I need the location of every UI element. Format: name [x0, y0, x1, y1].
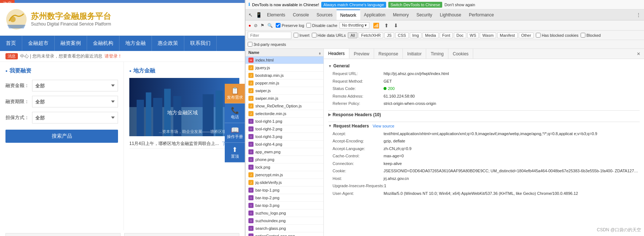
- has-blocked-cookies-input[interactable]: [536, 33, 541, 38]
- match-language-button[interactable]: Always match Chrome's language: [321, 2, 386, 8]
- view-source-link[interactable]: View source: [373, 124, 394, 128]
- throttling-select[interactable]: No throttling ▾: [339, 22, 369, 28]
- tab-sources[interactable]: Sources: [313, 9, 337, 20]
- file-item-suzhouindex[interactable]: I suzhouindex.png: [246, 217, 323, 225]
- has-blocked-cookies-checkbox[interactable]: Has blocked cookies: [536, 33, 578, 38]
- file-item-bar-top-1[interactable]: I bar-top-1.png: [246, 186, 323, 194]
- file-item-lock[interactable]: I lock.png: [246, 164, 323, 171]
- disable-cache-input[interactable]: [306, 23, 311, 28]
- file-item-suzhou-logo[interactable]: I suzhou_logo.png: [246, 209, 323, 217]
- close-detail-button[interactable]: ✕: [633, 49, 644, 59]
- file-item-bar-top-3[interactable]: I bar-top-3.png: [246, 202, 323, 209]
- detail-tab-initiator[interactable]: Initiator: [403, 49, 426, 59]
- filter-img[interactable]: Img: [410, 32, 421, 38]
- tab-console[interactable]: Console: [289, 9, 313, 20]
- third-party-checkbox[interactable]: 3rd-party requests: [248, 42, 286, 47]
- file-item-tool-right-4[interactable]: I tool-right-4.png: [246, 141, 323, 148]
- file-item-jquery[interactable]: J jquery.js: [246, 64, 323, 72]
- cursor-icon[interactable]: ↖: [247, 11, 254, 19]
- nav-contact[interactable]: 联系我们: [184, 36, 217, 51]
- detail-tab-preview[interactable]: Preview: [349, 49, 374, 59]
- blocked-checkbox[interactable]: Blocked: [581, 33, 601, 38]
- request-headers-header[interactable]: ▼ Request Headers View source: [328, 122, 640, 130]
- bottom-card-personal[interactable]: 个人信用报告查询: [5, 233, 121, 236]
- dismiss-button[interactable]: Don't show again: [444, 3, 475, 7]
- file-item-notice-center[interactable]: I noticeCenterI.ooo.png: [246, 232, 323, 236]
- download-icon[interactable]: ⬇: [392, 22, 400, 29]
- file-item-tool-right-3[interactable]: I tool-right-3.png: [246, 133, 323, 141]
- response-headers-header[interactable]: Response Headers (10): [328, 111, 640, 119]
- file-item-bar-top-2[interactable]: I bar-top-2.png: [246, 194, 323, 202]
- record-button[interactable]: ●: [248, 22, 252, 29]
- tab-application[interactable]: Application: [360, 9, 389, 20]
- detail-tab-headers[interactable]: Headers: [324, 49, 349, 59]
- invert-input[interactable]: [294, 33, 298, 38]
- filter-manifest[interactable]: Manifest: [497, 32, 518, 38]
- detail-tab-timing[interactable]: Timing: [426, 49, 448, 59]
- file-item-jsencrypt[interactable]: J jsencrypt.min.js: [246, 171, 323, 179]
- nav-policy[interactable]: 惠企政策: [152, 36, 184, 51]
- switch-language-button[interactable]: Switch DevTools to Chinese: [388, 2, 442, 8]
- detail-tab-cookies[interactable]: Cookies: [448, 49, 473, 59]
- filter-css[interactable]: CSS: [395, 32, 409, 38]
- general-section-header[interactable]: General: [328, 62, 640, 70]
- bottom-card-enterprise[interactable]: 企业信用综合查询: [124, 233, 239, 236]
- third-party-input[interactable]: [248, 42, 252, 47]
- nav-home[interactable]: 首页: [0, 36, 22, 51]
- wifi-icon[interactable]: 📶: [372, 22, 381, 29]
- detail-tab-response[interactable]: Response: [374, 49, 403, 59]
- filter-js[interactable]: JS: [384, 32, 394, 38]
- file-item-index-html[interactable]: H index.html: [246, 56, 323, 64]
- tab-network[interactable]: Network: [337, 9, 360, 20]
- form-select-guarantee[interactable]: 全部: [32, 112, 118, 123]
- form-select-period[interactable]: 全部: [32, 96, 118, 107]
- form-select-amount[interactable]: 全部: [32, 80, 118, 91]
- filter-fetch-xhr[interactable]: Fetch/XHR: [358, 32, 383, 38]
- device-icon[interactable]: 📱: [254, 11, 263, 19]
- filter-all[interactable]: All: [348, 32, 357, 38]
- file-item-tool-right-2[interactable]: I tool-right-2.png: [246, 125, 323, 133]
- clear-button[interactable]: ⊘: [253, 22, 258, 29]
- file-item-slideverify[interactable]: J jq-slideVerify.js: [246, 179, 323, 186]
- hide-data-urls-input[interactable]: [312, 33, 317, 38]
- search-icon[interactable]: 🔍: [267, 22, 274, 29]
- filter-font[interactable]: Font: [440, 32, 453, 38]
- nav-local[interactable]: 地方金融: [119, 36, 152, 51]
- float-btn-publish[interactable]: 📋 发布需求: [225, 84, 245, 103]
- file-item-search-glass[interactable]: I search-glass.png: [246, 225, 323, 232]
- filter-doc[interactable]: Doc: [454, 32, 466, 38]
- invert-checkbox[interactable]: Invert: [294, 33, 310, 38]
- hide-data-urls-checkbox[interactable]: Hide data URLs: [312, 33, 346, 38]
- filter-ws[interactable]: WS: [467, 32, 479, 38]
- file-item-popper[interactable]: J popper.min.js: [246, 79, 323, 87]
- tab-performance[interactable]: Performance: [465, 9, 498, 20]
- nav-institution[interactable]: 金融机构: [87, 36, 119, 51]
- nav-cases[interactable]: 融资案例: [55, 36, 87, 51]
- float-btn-phone[interactable]: 📞 电话: [225, 103, 245, 123]
- float-btn-manual[interactable]: 📖 操作手册: [225, 123, 245, 143]
- file-item-phone[interactable]: I phone.png: [246, 156, 323, 164]
- file-item-swiper-min[interactable]: J swiper.min.js: [246, 95, 323, 102]
- preserve-log-input[interactable]: [276, 23, 280, 28]
- file-item-show-redefine[interactable]: J show_ReDefine_Option.js: [246, 102, 323, 110]
- upload-icon[interactable]: ⬆: [383, 22, 390, 29]
- filter-media[interactable]: Media: [423, 32, 439, 38]
- preserve-log-checkbox[interactable]: Preserve log: [276, 23, 304, 28]
- tab-security[interactable]: Security: [413, 9, 436, 20]
- file-item-selectordie[interactable]: J selectordie.min.js: [246, 110, 323, 118]
- tab-memory[interactable]: Memory: [389, 9, 413, 20]
- filter-button[interactable]: ⚑: [260, 22, 265, 29]
- file-item-app-ewm[interactable]: I app_ewm.png: [246, 148, 323, 156]
- blocked-input[interactable]: [581, 33, 585, 38]
- search-button[interactable]: 搜索产品: [5, 130, 118, 143]
- tab-elements[interactable]: Elements: [263, 9, 289, 20]
- disable-cache-checkbox[interactable]: Disable cache: [306, 23, 337, 28]
- filter-wasm[interactable]: Wasm: [480, 32, 496, 38]
- float-btn-top[interactable]: ⬆ 置顶: [225, 143, 245, 162]
- file-item-swiper[interactable]: J swiper.js: [246, 87, 323, 95]
- settings-icon[interactable]: ⋮: [635, 11, 643, 19]
- tab-lighthouse[interactable]: Lighthouse: [436, 9, 466, 20]
- file-item-tool-right-1[interactable]: I tool-right-1.png: [246, 118, 323, 125]
- filter-other[interactable]: Other: [519, 32, 534, 38]
- filter-input[interactable]: [248, 32, 291, 39]
